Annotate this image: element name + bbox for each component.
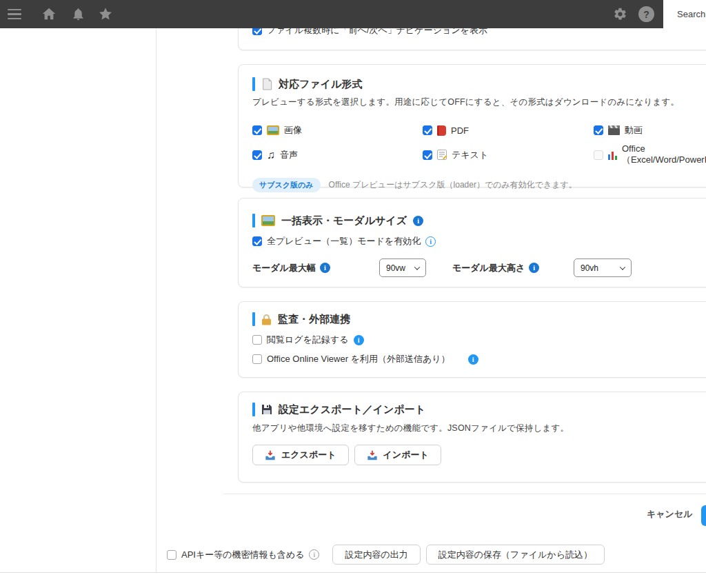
modal-max-width-select[interactable]: 90vw [379,258,426,277]
format-text-label: テキスト [452,149,488,161]
modal-size-controls: モーダル最大幅 90vw モーダル最大高さ 90vh [252,258,706,277]
pdf-icon [437,125,446,136]
view-log-checkbox-row[interactable]: 閲覧ログを記録する [252,334,706,346]
help-icon[interactable]: ? [638,6,654,22]
inbox-tray-icon [367,450,378,460]
api-secret-checkbox-row[interactable]: APIキー等の機密情報も含める [167,549,319,561]
modal-max-width-label: モーダル最大幅 [252,262,316,274]
favorite-star-icon[interactable] [98,7,113,22]
view-log-label: 閲覧ログを記録する [267,334,349,346]
audit-card: 監査・外部連携 閲覧ログを記録する Office Online Viewer を… [238,301,706,378]
file-formats-description: プレビューする形式を選択します。用途に応じてOFFにすると、その形式はダウンロー… [252,97,706,108]
modal-max-height-label: モーダル最大高さ [452,262,525,274]
format-audio-checkbox[interactable] [252,150,262,160]
modal-max-height-value: 90vh [581,263,598,273]
cancel-button[interactable]: キャンセル [647,508,693,520]
office-online-viewer-label: Office Online Viewer を利用（外部送信あり） [267,353,450,365]
save-button[interactable] [701,505,706,526]
format-audio-label: 音声 [280,149,298,161]
subscription-note: Office プレビューはサブスク版（loader）でのみ有効化できます。 [329,179,577,191]
chevron-down-icon [414,264,420,270]
export-import-title: 設定エクスポート／インポート [279,403,425,416]
text-memo-icon [437,150,447,160]
format-audio-row[interactable]: ♫ 音声 [252,143,423,166]
file-formats-heading: 対応ファイル形式 [252,77,706,91]
office-online-viewer-checkbox-row[interactable]: Office Online Viewer を利用（外部送信あり） [252,353,706,365]
home-icon[interactable] [41,7,57,22]
info-icon[interactable] [320,263,330,273]
image-icon [267,125,279,135]
info-icon[interactable] [468,354,478,365]
section-accent-bar [252,77,255,91]
format-text-row[interactable]: テキスト [423,143,594,166]
format-video-label: 動画 [625,124,643,136]
import-button[interactable]: インポート [354,445,441,465]
video-clapper-icon [608,125,620,135]
notification-bell-icon[interactable] [70,7,85,22]
format-office-label: Office（Excel/Word/PowerPoint） [622,143,706,166]
subscription-note-row: サブスク版のみ Office プレビューはサブスク版（loader）でのみ有効化… [252,178,706,192]
settings-output-button[interactable]: 設定内容の出力 [332,545,420,565]
chevron-down-icon [620,264,625,270]
settings-gear-icon[interactable] [612,7,627,22]
file-formats-card: 対応ファイル形式 プレビューする形式を選択します。用途に応じてOFFにすると、そ… [238,64,706,187]
import-button-label: インポート [383,449,429,461]
modal-max-height-select[interactable]: 90vh [574,258,632,277]
audio-note-icon: ♫ [267,150,275,161]
view-log-checkbox[interactable] [252,335,262,345]
info-icon[interactable] [413,216,423,226]
floppy-disk-icon [261,404,272,415]
lock-icon [261,314,272,325]
format-image-row[interactable]: 画像 [252,124,423,136]
footer-divider [223,494,706,494]
api-secret-checkbox[interactable] [167,550,176,560]
format-office-row[interactable]: Office（Excel/Word/PowerPoint） [594,143,706,166]
modal-max-height-labelgroup: モーダル最大高さ [452,262,574,274]
modal-size-heading: 一括表示・モーダルサイズ [252,214,706,227]
format-pdf-checkbox[interactable] [423,125,432,135]
file-formats-title: 対応ファイル形式 [279,78,362,91]
export-button[interactable]: エクスポート [252,445,349,465]
office-bar-chart-icon [608,150,617,160]
format-image-label: 画像 [284,124,302,136]
search-input[interactable] [663,9,706,19]
format-video-row[interactable]: 動画 [594,124,706,136]
export-import-heading: 設定エクスポート／インポート [252,403,706,416]
modal-max-width-value: 90vw [386,263,405,273]
format-text-checkbox[interactable] [423,150,432,160]
office-online-viewer-checkbox[interactable] [252,354,262,364]
image-icon [261,215,275,226]
settings-save-from-file-button[interactable]: 設定内容の保存（ファイルから読込） [426,545,605,565]
left-panel-divider [156,28,157,572]
format-image-checkbox[interactable] [252,125,262,135]
settings-output-label: 設定内容の出力 [345,549,407,561]
info-icon[interactable] [354,335,364,345]
info-icon[interactable] [529,263,539,273]
settings-save-from-file-label: 設定内容の保存（ファイルから読込） [438,549,592,561]
info-icon[interactable] [309,549,319,560]
audit-title: 監査・外部連携 [278,313,350,326]
export-import-description: 他アプリや他環境へ設定を移すための機能です。JSONファイルで保持します。 [252,423,706,434]
all-preview-checkbox[interactable] [252,236,262,246]
modal-max-width-labelgroup: モーダル最大幅 [252,262,379,274]
content-bottom-divider [0,572,706,573]
format-video-checkbox[interactable] [594,125,603,135]
all-preview-label: 全プレビュー（一覧）モードを有効化 [267,235,421,247]
search-box [663,0,706,28]
info-icon[interactable] [425,236,436,247]
audit-heading: 監査・外部連携 [252,312,706,326]
section-accent-bar [252,312,255,326]
export-import-card: 設定エクスポート／インポート 他アプリや他環境へ設定を移すための機能です。JSO… [238,392,706,483]
inbox-tray-icon [265,450,276,460]
document-page-icon [261,78,272,90]
all-preview-checkbox-row[interactable]: 全プレビュー（一覧）モードを有効化 [252,235,706,247]
modal-size-title: 一括表示・モーダルサイズ [281,214,407,227]
settings-io-row: APIキー等の機密情報も含める 設定内容の出力 設定内容の保存（ファイルから読込… [167,545,605,565]
api-secret-label: APIキー等の機密情報も含める [181,549,304,561]
hamburger-menu-icon[interactable] [7,7,22,22]
export-import-buttons: エクスポート インポート [252,445,706,465]
format-office-checkbox[interactable] [594,150,603,160]
export-button-label: エクスポート [281,449,336,461]
format-pdf-row[interactable]: PDF [423,124,594,136]
modal-size-card: 一括表示・モーダルサイズ 全プレビュー（一覧）モードを有効化 モーダル最大幅 9… [238,198,706,287]
